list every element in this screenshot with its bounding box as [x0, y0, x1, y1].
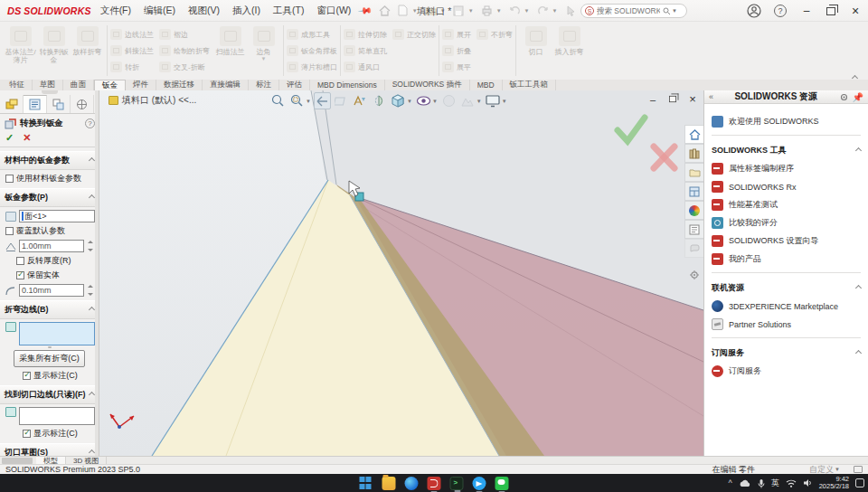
apply-scene-caret[interactable]: ▼: [476, 99, 482, 104]
home-icon[interactable]: [377, 3, 392, 18]
dimxpert-manager-tab[interactable]: [71, 95, 94, 113]
configuration-manager-tab[interactable]: [47, 95, 71, 113]
keep-body-checkbox[interactable]: [16, 271, 24, 279]
tag-icon[interactable]: [854, 466, 863, 473]
partner-solutions-link[interactable]: Partner Solutions: [712, 318, 861, 330]
tab-sheet-metal[interactable]: 钣金: [94, 80, 126, 90]
edge-browser-icon[interactable]: [405, 477, 419, 490]
corner-button[interactable]: 边角▼: [247, 24, 280, 78]
section-view-icon[interactable]: [333, 92, 350, 109]
microphone-icon[interactable]: [758, 478, 765, 488]
fold-button[interactable]: 折叠: [442, 44, 471, 57]
file-explorer-tab[interactable]: [684, 163, 703, 182]
corner-caret[interactable]: ▼: [261, 56, 267, 62]
search-caret[interactable]: ▼: [672, 8, 677, 14]
hidden-icons-chevron[interactable]: ^: [728, 478, 731, 487]
zoom-to-fit-icon[interactable]: [269, 92, 287, 109]
convert-to-sheet-metal-button[interactable]: 转换到钣金: [37, 24, 71, 78]
thickness-spinner[interactable]: [88, 241, 95, 251]
tab-evaluate[interactable]: 评估: [279, 80, 310, 90]
bend-edges-listbox[interactable]: [19, 322, 95, 345]
dynamic-annotation-views-icon[interactable]: [352, 92, 369, 109]
volume-icon[interactable]: [803, 478, 813, 487]
menu-tools[interactable]: 工具(T): [273, 5, 304, 17]
sketched-bend-button[interactable]: 绘制的折弯: [159, 44, 210, 57]
tab-features[interactable]: 特征: [2, 80, 33, 90]
pane-options-gear-icon[interactable]: [839, 92, 849, 102]
collapse-pane-icon[interactable]: «: [709, 92, 713, 101]
section-bend-edges[interactable]: 折弯边线(B): [0, 300, 99, 319]
menu-window[interactable]: 窗口(W): [316, 5, 351, 17]
pane-pin-icon[interactable]: 📌: [853, 92, 863, 102]
print-icon[interactable]: [479, 3, 495, 18]
undo-caret[interactable]: ▼: [524, 8, 530, 14]
subscription-services-link[interactable]: 订阅服务: [712, 365, 861, 377]
taskbar-clock[interactable]: 9:42 2025/2/18: [819, 476, 849, 490]
solidworks-rx-link[interactable]: SOLIDWORKS Rx: [712, 181, 861, 193]
rip-button[interactable]: 切口: [519, 24, 552, 78]
listbox-resize-handle[interactable]: [0, 345, 99, 349]
show-callouts-checkbox-1[interactable]: [23, 372, 31, 380]
previous-view-icon[interactable]: [314, 92, 331, 109]
tab-and-slot-button[interactable]: 薄片和槽口: [287, 61, 337, 73]
menu-insert[interactable]: 插入(I): [232, 5, 260, 17]
tab-mbd-dimensions[interactable]: MBD Dimensions: [310, 80, 385, 90]
graphics-viewport[interactable]: 填料口 (默认) <<... ▼ ▼ ▼ ▼ ▼ – ×: [99, 90, 703, 456]
select-icon[interactable]: [563, 3, 579, 18]
redo-icon[interactable]: [535, 3, 551, 18]
extruded-cut-button[interactable]: 拉伸切除: [344, 28, 387, 41]
view-palette-tab[interactable]: [684, 182, 703, 201]
tab-data-migration[interactable]: 数据迁移: [156, 80, 203, 90]
close-button[interactable]: ×: [848, 4, 863, 18]
menu-file[interactable]: 文件(F): [100, 5, 131, 17]
rip-edges-listbox[interactable]: [19, 407, 95, 425]
show-callouts-checkbox-2[interactable]: [23, 430, 31, 438]
section-subscription[interactable]: 订阅服务: [712, 347, 861, 359]
ok-button[interactable]: ✓: [5, 132, 14, 144]
print-caret[interactable]: ▼: [496, 8, 502, 14]
minimize-button[interactable]: –: [799, 5, 814, 17]
welcome-link[interactable]: 欢迎使用 SOLIDWORKS: [712, 116, 861, 128]
section-tool-icon[interactable]: [371, 92, 388, 109]
swept-flange-button[interactable]: 扫描法兰: [213, 24, 247, 78]
menu-edit[interactable]: 编辑(E): [144, 5, 175, 17]
menu-view[interactable]: 视图(V): [188, 5, 220, 17]
apply-scene-icon[interactable]: [459, 92, 476, 109]
section-sheet-metal-params[interactable]: 钣金参数(P): [0, 188, 99, 207]
bend-radius-field[interactable]: 0.10mm: [19, 284, 84, 297]
base-flange-button[interactable]: 基体法兰/薄片: [4, 24, 37, 78]
normal-cut-button[interactable]: 正交切除: [392, 28, 436, 41]
flatten-button[interactable]: 展平: [442, 61, 471, 73]
property-manager-tab[interactable]: [24, 95, 47, 113]
account-icon[interactable]: [747, 4, 761, 18]
forum-tab[interactable]: [684, 239, 703, 258]
search-input[interactable]: [597, 6, 660, 15]
forming-tool-button[interactable]: 成形工具: [287, 28, 337, 41]
section-rip-sketches[interactable]: 切口草图(S): [0, 443, 99, 456]
view-orientation-icon[interactable]: [390, 92, 407, 109]
tab-sketch[interactable]: 草图: [33, 80, 63, 90]
tab-markup[interactable]: 标注: [249, 80, 279, 90]
section-solidworks-tools[interactable]: SOLIDWORKS 工具: [712, 145, 861, 156]
edit-appearance-icon[interactable]: [440, 92, 458, 109]
unfold-button[interactable]: 展开: [442, 28, 471, 41]
collect-all-bends-button[interactable]: 采集所有折弯(C): [14, 350, 85, 367]
tab-surfaces[interactable]: 曲面: [63, 80, 94, 90]
model-canvas[interactable]: [99, 90, 703, 456]
ime-language-indicator[interactable]: 英: [771, 478, 779, 489]
redo-caret[interactable]: ▼: [552, 8, 558, 14]
bend-radius-spinner[interactable]: [88, 285, 95, 296]
doc-minimize-button[interactable]: –: [646, 94, 660, 105]
insert-bends-button[interactable]: 插入折弯: [552, 24, 586, 78]
zoom-to-area-icon[interactable]: [288, 92, 306, 109]
notification-center-icon[interactable]: [855, 478, 864, 487]
lofted-bend-button[interactable]: 放样折弯: [71, 24, 104, 78]
simple-hole-button[interactable]: 简单直孔: [344, 44, 387, 57]
feature-manager-tab[interactable]: [0, 95, 24, 113]
panel-pull-handle[interactable]: [42, 90, 58, 94]
reverse-thickness-checkbox[interactable]: [16, 257, 24, 265]
pin-menu-icon[interactable]: 📌: [358, 3, 373, 17]
hem-button[interactable]: 褶边: [159, 28, 210, 41]
settings-wizard-link[interactable]: SOLIDWORKS 设置向导: [712, 235, 861, 247]
vent-button[interactable]: 通风口: [344, 61, 387, 73]
